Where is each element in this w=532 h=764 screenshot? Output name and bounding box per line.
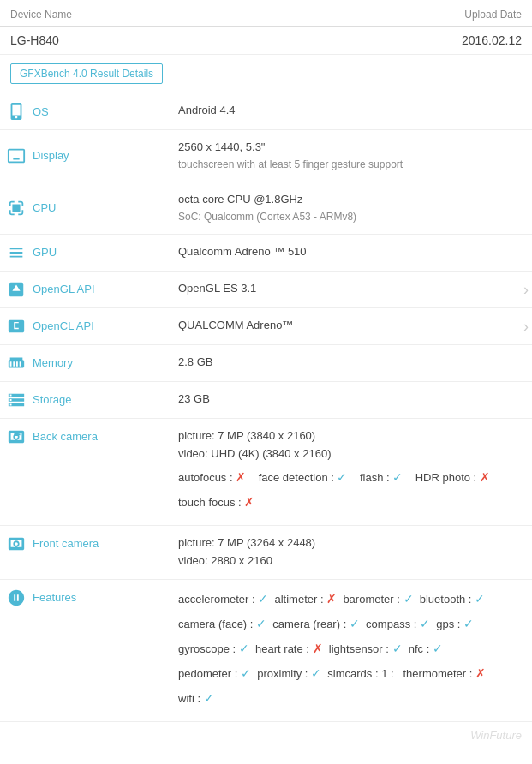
cpu-main-value: octa core CPU @1.8GHz	[178, 191, 525, 209]
opencl-label-text: OpenCL API	[33, 319, 94, 332]
feature-barometer-label: barometer :	[343, 593, 399, 606]
opencl-value: QUALCOMM Adreno™›	[171, 307, 532, 344]
feature-heart-rate-value: ✗	[313, 642, 323, 655]
memory-label-container: Memory	[7, 354, 164, 373]
gpu-icon	[7, 243, 26, 262]
memory-value: 2.8 GB	[171, 344, 532, 381]
gfxbench-badge[interactable]: GFXBench 4.0 Result Details	[10, 63, 163, 84]
feature-barometer-value: ✓	[403, 592, 414, 606]
feature-bluetooth-value: ✓	[475, 592, 485, 606]
feature-proximity-label: proximity :	[257, 667, 308, 680]
os-main-value: Android 4.4	[178, 102, 525, 120]
feature-line: camera (face) : ✓ camera (rear) : ✓ comp…	[178, 613, 525, 635]
feature-lightsensor-value: ✓	[392, 642, 403, 655]
touch-focus-value: ✗	[244, 495, 254, 509]
storage-main-value: 23 GB	[178, 391, 525, 409]
os-icon	[7, 102, 26, 121]
feature-thermometer-label: thermometer :	[403, 667, 472, 680]
gpu-value: Qualcomm Adreno ™ 510	[171, 234, 532, 271]
cpu-icon	[7, 199, 26, 218]
memory-main-value: 2.8 GB	[178, 354, 525, 372]
back-camera-label-text: Back camera	[33, 430, 98, 443]
opencl-main-value: QUALCOMM Adreno™	[178, 317, 525, 335]
feature-line: accelerometer : ✓ altimeter : ✗ baromete…	[178, 588, 525, 610]
os-label-text: OS	[33, 105, 49, 118]
storage-icon	[7, 391, 26, 409]
front-camera-label: Front camera	[7, 534, 164, 553]
front-camera-icon	[7, 534, 26, 553]
opencl-label-container: OpenCL API	[7, 317, 164, 336]
feature-compass-label: compass :	[366, 618, 416, 630]
features-row: Features accelerometer : ✓ altimeter : ✗…	[0, 580, 532, 722]
feature-bluetooth-label: bluetooth :	[420, 593, 472, 606]
feature-line: pedometer : ✓ proximity : ✓ simcards : 1…	[178, 663, 525, 684]
feature-gyroscope-label: gyroscope :	[178, 642, 236, 655]
features-table: Features accelerometer : ✓ altimeter : ✗…	[0, 580, 532, 723]
cpu-label-text: CPU	[33, 201, 56, 214]
feature-wifi-value: ✓	[204, 691, 214, 705]
device-name-label: Device Name	[10, 9, 72, 21]
front-camera-label-text: Front camera	[33, 537, 99, 550]
opencl-icon	[7, 317, 26, 336]
back-camera-picture: picture: 7 MP (3840 x 2160)	[178, 427, 525, 445]
features-icon	[7, 588, 26, 607]
feature-camera-(rear)-label: camera (rear) :	[272, 618, 346, 630]
front-camera-table: Front camera picture: 7 MP (3264 x 2448)…	[0, 526, 532, 580]
feature-simcards-:-1-label: simcards : 1 :	[327, 667, 393, 680]
front-camera-value: picture: 7 MP (3264 x 2448) video: 2880 …	[171, 526, 532, 579]
feature-altimeter-label: altimeter :	[274, 593, 323, 606]
display-icon	[7, 146, 26, 165]
autofocus-value: ✗	[236, 470, 246, 484]
back-camera-row: Back camera picture: 7 MP (3840 x 2160) …	[0, 419, 532, 525]
features-label-text: Features	[33, 591, 76, 604]
feature-line: gyroscope : ✓ heart rate : ✗ lightsensor…	[178, 638, 525, 660]
hdr-photo-value: ✗	[480, 470, 490, 484]
badge-row: GFXBench 4.0 Result Details	[0, 55, 532, 93]
back-camera-label: Back camera	[7, 427, 164, 446]
feature-accelerometer-label: accelerometer :	[178, 593, 255, 606]
spec-row-gpu: GPUQualcomm Adreno ™ 510	[0, 234, 532, 271]
spec-row-display: Display2560 x 1440, 5.3"touchscreen with…	[0, 130, 532, 182]
feature-gps-value: ✓	[463, 617, 474, 630]
feature-camera-(rear)-value: ✓	[350, 617, 360, 630]
flash-label: flash :	[360, 471, 390, 484]
features-label: Features	[7, 588, 164, 607]
display-label-text: Display	[33, 149, 69, 162]
display-main-value: 2560 x 1440, 5.3"	[178, 139, 525, 157]
watermark: WinFuture	[0, 722, 532, 749]
back-camera-features: autofocus : ✗ face detection : ✓ flash :…	[178, 467, 525, 488]
spec-row-os: OSAndroid 4.4	[0, 93, 532, 130]
feature-nfc-value: ✓	[433, 642, 443, 655]
features-value: accelerometer : ✓ altimeter : ✗ baromete…	[171, 580, 532, 722]
upload-date-label: Upload Date	[464, 9, 522, 21]
front-camera-picture: picture: 7 MP (3264 x 2448)	[178, 534, 525, 552]
hdr-photo-label: HDR photo :	[415, 471, 477, 484]
opengl-label-text: OpenGL API	[33, 283, 95, 295]
spec-row-opencl: OpenCL APIQUALCOMM Adreno™›	[0, 307, 532, 344]
feature-lightsensor-label: lightsensor :	[329, 642, 389, 655]
spec-row-storage: Storage23 GB	[0, 381, 532, 418]
back-camera-video: video: UHD (4K) (3840 x 2160)	[178, 445, 525, 463]
feature-line: wifi : ✓	[178, 688, 525, 709]
spec-row-opengl: OpenGL APIOpenGL ES 3.1›	[0, 271, 532, 307]
spec-table: OSAndroid 4.4Display2560 x 1440, 5.3"tou…	[0, 93, 532, 419]
feature-camera-(face)-value: ✓	[256, 617, 266, 630]
feature-heart-rate-label: heart rate :	[255, 642, 309, 655]
scroll-hint-icon: ›	[523, 314, 529, 339]
feature-pedometer-label: pedometer :	[178, 667, 237, 680]
device-name-value: LG-H840	[10, 33, 59, 47]
feature-accelerometer-value: ✓	[258, 592, 268, 606]
display-label-container: Display	[7, 146, 164, 165]
storage-value: 23 GB	[171, 381, 532, 418]
memory-label-text: Memory	[33, 356, 73, 369]
feature-gps-label: gps :	[436, 618, 460, 630]
cpu-sub-value: SoC: Qualcomm (Cortex A53 - ARMv8)	[178, 209, 525, 225]
feature-compass-value: ✓	[420, 617, 430, 630]
flash-value: ✓	[392, 470, 403, 484]
feature-wifi-label: wifi :	[178, 692, 200, 705]
autofocus-label: autofocus :	[178, 471, 233, 484]
back-camera-value: picture: 7 MP (3840 x 2160) video: UHD (…	[171, 419, 532, 525]
face-detection-value: ✓	[337, 470, 347, 484]
feature-nfc-label: nfc :	[409, 642, 430, 655]
spec-row-memory: Memory2.8 GB	[0, 344, 532, 381]
